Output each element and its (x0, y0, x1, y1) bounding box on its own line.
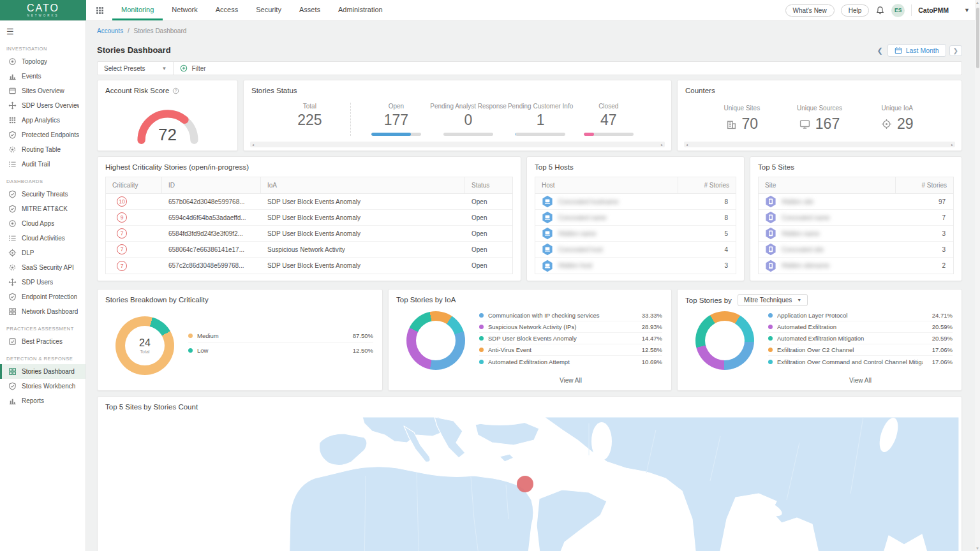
legend-label: Exfiltration Over C2 Channel (777, 346, 923, 353)
host-name: Concealed name (558, 214, 607, 221)
mitre-techniques-select[interactable]: Mitre Techniques ▼ (738, 294, 808, 306)
cato-logo[interactable]: CATO NETWORKS (0, 0, 86, 20)
sidebar-item[interactable]: SaaS Security API (0, 260, 85, 275)
table-row[interactable]: 7 658064c7e66386141e17... Suspicious Net… (106, 242, 512, 258)
table-row[interactable]: Concealed name 8 (535, 210, 736, 226)
criticality-donut-chart[interactable]: 24 Total (115, 316, 174, 375)
legend-row[interactable]: Automated Exfiltration Attempt 10.69% (479, 356, 662, 367)
account-chevron-down-icon[interactable]: ▼ (964, 7, 970, 13)
table-row[interactable]: Concealed name 7 (759, 210, 953, 226)
mitre-donut-chart[interactable] (695, 311, 754, 370)
sidebar-item[interactable]: Best Practices (0, 334, 85, 349)
sidebar-item[interactable]: SDP Users (0, 275, 85, 290)
legend-row[interactable]: Automated Exfiltration Mitigation 20.59% (768, 333, 953, 344)
legend-dot (768, 336, 773, 341)
sidebar-item[interactable]: Audit Trail (0, 157, 85, 172)
notifications-bell-icon[interactable] (875, 6, 885, 15)
legend-row[interactable]: Communication with IP checking services … (479, 310, 662, 321)
legend-row[interactable]: Low 12.50% (188, 343, 373, 357)
top-nav-item[interactable]: Assets (290, 0, 329, 20)
ioa-donut-chart[interactable] (406, 311, 465, 370)
scrollbar-thumb[interactable] (976, 8, 979, 68)
top-nav-item[interactable]: Access (207, 0, 247, 20)
legend-row[interactable]: Medium 87.50% (188, 329, 373, 343)
help-circle-icon[interactable] (172, 87, 179, 94)
legend-dot (768, 325, 773, 329)
sidebar-item[interactable]: Cloud Activities (0, 231, 85, 246)
sidebar-item[interactable]: Cloud Apps (0, 216, 85, 231)
sidebar-item[interactable]: Protected Endpoints (0, 128, 85, 142)
table-row[interactable]: Hidden name 5 (535, 226, 736, 242)
sidebar-section-label: DETECTION & RESPONSE (0, 349, 85, 364)
table-row[interactable]: 7 657c2c86d3048e599768... SDP User Block… (106, 258, 512, 274)
table-row[interactable]: 10 657b0642d3048e599768... SDP User Bloc… (106, 194, 512, 210)
app-launcher-icon[interactable] (86, 0, 112, 20)
date-range-button[interactable]: Last Month (887, 44, 946, 57)
avatar[interactable]: ES (891, 4, 905, 17)
sidebar-item-label: Stories Dashboard (22, 368, 75, 375)
host-hexagon-icon (542, 260, 553, 272)
legend-row[interactable]: Automated Exfiltration 20.59% (768, 321, 953, 333)
sidebar-item[interactable]: Routing Table (0, 142, 85, 157)
whats-new-button[interactable]: What's New (785, 4, 835, 17)
sidebar-collapse-icon[interactable]: ☰ (0, 21, 85, 39)
vertical-scrollbar[interactable]: ▲ ▼ (975, 0, 980, 551)
sidebar-section-label: INVESTIGATION (0, 39, 85, 54)
legend-row[interactable]: Application Layer Protocol 24.71% (768, 310, 953, 321)
table-row[interactable]: Concealed host 4 (535, 242, 736, 258)
breadcrumb-accounts-link[interactable]: Accounts (97, 27, 123, 34)
table-row[interactable]: Hidden host 3 (535, 258, 736, 274)
sidebar-item-label: DLP (22, 249, 34, 256)
horizontal-scrollbar[interactable]: ◂▸ (684, 142, 955, 147)
sidebar-item[interactable]: Network Dashboard (0, 304, 85, 319)
legend-label: Automated Exfiltration (777, 323, 923, 330)
legend-dot (479, 325, 484, 329)
legend-row[interactable]: Exfiltration Over Command and Control Ch… (768, 356, 953, 367)
horizontal-scrollbar[interactable]: ◂▸ (250, 142, 665, 147)
sidebar-item[interactable]: DLP (0, 246, 85, 260)
legend-row[interactable]: Suspicious Network Activity (IPs) 28.93% (479, 321, 662, 333)
map-site-marker[interactable] (517, 476, 533, 492)
sidebar-item[interactable]: Stories Workbench (0, 379, 85, 393)
status-metric: Total 225 (276, 103, 351, 136)
table-row[interactable]: Concealed site 3 (759, 242, 953, 258)
top-nav-item[interactable]: Security (247, 0, 290, 20)
legend-row[interactable]: SDP User Block Events Anomaly 14.47% (479, 333, 662, 344)
sidebar-item[interactable]: Events (0, 69, 85, 84)
table-row[interactable]: Hidden name 3 (759, 226, 953, 242)
top-nav-item[interactable]: Administration (329, 0, 392, 20)
sidebar-item[interactable]: Reports (0, 393, 85, 408)
host-name: Hidden name (558, 230, 596, 237)
top-nav-item[interactable]: Monitoring (112, 0, 163, 20)
sites-map-title: Top 5 Sites by Stories Count (105, 403, 198, 411)
date-next-icon[interactable]: ❯ (949, 45, 962, 56)
legend-row[interactable]: Exfiltration Over C2 Channel 17.06% (768, 344, 953, 356)
sidebar-item-label: Audit Trail (22, 161, 50, 168)
table-row[interactable]: 7 6584fd3fd9d24f3e3f09f2... SDP User Blo… (106, 226, 512, 242)
table-row[interactable]: Hidden sitename 2 (759, 258, 953, 274)
sidebar-item[interactable]: MITRE ATT&CK (0, 202, 85, 216)
top-bar: CATO NETWORKS Monitoring Network Access … (0, 0, 980, 21)
preset-select[interactable]: Select Presets ▼ (98, 65, 173, 72)
sidebar-item[interactable]: Stories Dashboard (0, 364, 85, 379)
sidebar-item[interactable]: SDP Users Overview (0, 98, 85, 113)
add-filter-button[interactable]: Filter (174, 64, 212, 72)
criticality-breakdown-title: Stories Breakdown by Criticality (105, 296, 209, 304)
table-row[interactable]: Concealed hostname 8 (535, 194, 736, 210)
table-row[interactable]: 9 6594c4d6f64ba53adaeffd... SDP User Blo… (106, 210, 512, 226)
top-nav-item[interactable]: Network (163, 0, 206, 20)
view-all-link[interactable]: View All (479, 377, 662, 384)
table-row[interactable]: Hidden site 97 (759, 194, 953, 210)
legend-row[interactable]: Anti-Virus Event 12.58% (479, 344, 662, 356)
help-button[interactable]: Help (841, 4, 870, 17)
view-all-link[interactable]: View All (768, 377, 953, 384)
top-nav-item-label: Security (256, 6, 281, 13)
sidebar-item[interactable]: Sites Overview (0, 84, 85, 98)
sidebar-item[interactable]: Security Threats (0, 187, 85, 202)
world-map[interactable] (289, 417, 959, 551)
date-prev-icon[interactable]: ❮ (875, 47, 884, 55)
sidebar-item[interactable]: Endpoint Protection (0, 290, 85, 304)
account-name[interactable]: CatoPMM (918, 6, 949, 14)
sidebar-item[interactable]: App Analytics (0, 113, 85, 128)
sidebar-item[interactable]: Topology (0, 54, 85, 69)
